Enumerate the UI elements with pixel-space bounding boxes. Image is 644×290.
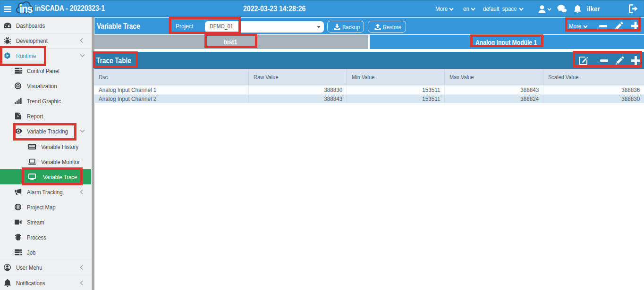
svg-text:ins: ins bbox=[19, 2, 33, 14]
